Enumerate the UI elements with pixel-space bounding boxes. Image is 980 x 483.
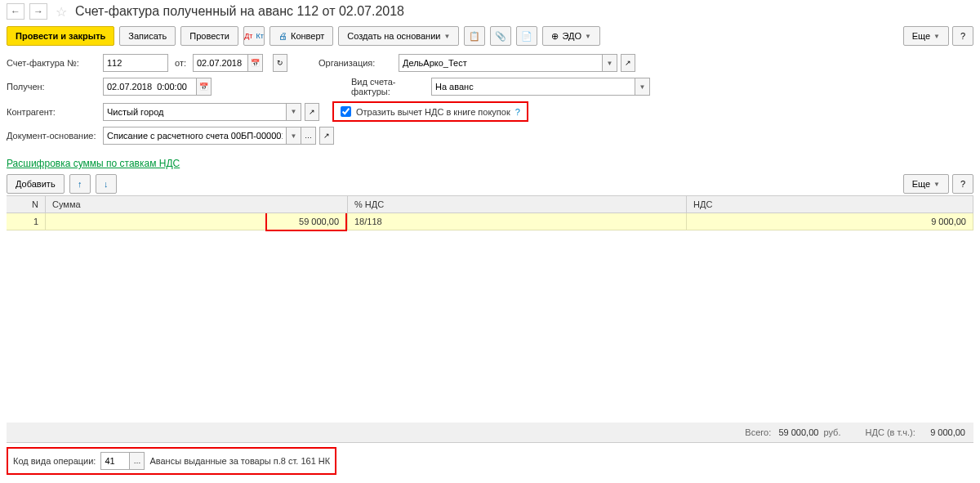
currency-label: руб. (824, 427, 841, 437)
received-calendar-button[interactable]: 📅 (197, 78, 212, 96)
convert-button[interactable]: 🖨Конверт (270, 26, 333, 46)
nav-back-button[interactable]: ← (7, 3, 24, 20)
type-input[interactable] (431, 78, 635, 96)
totals-bar: Всего: 59 000,00 руб. НДС (в т.ч.): 9 00… (7, 423, 973, 442)
doc-basis-label: Документ-основание: (7, 131, 96, 141)
org-open-button[interactable]: ↗ (621, 54, 635, 72)
nds-grid: N Сумма % НДС НДС 1 59 000,00 18/118 9 0… (7, 195, 973, 443)
op-code-text: Авансы выданные за товары п.8 ст. 161 НК (149, 456, 330, 466)
print-icon: 🖨 (278, 31, 287, 41)
calendar-icon-button[interactable]: 📅 (248, 54, 263, 72)
add-row-button[interactable]: Добавить (7, 174, 65, 194)
op-code-label: Код вида операции: (13, 456, 96, 466)
from-label: от: (175, 58, 186, 68)
doc-basis-dropdown-button[interactable]: ▼ (287, 127, 301, 145)
total-value: 59 000,00 (778, 427, 818, 437)
counterparty-dropdown-button[interactable]: ▼ (287, 103, 301, 121)
received-label: Получен: (7, 82, 96, 92)
cell-nds: 9 000,00 (687, 213, 973, 230)
cell-n: 1 (7, 213, 46, 230)
sum-highlight: 59 000,00 (265, 213, 347, 231)
counterparty-input[interactable] (103, 103, 287, 121)
number-input[interactable] (103, 54, 168, 72)
help-button[interactable]: ? (952, 26, 973, 46)
help-icon[interactable]: ? (515, 107, 520, 117)
create-based-button[interactable]: Создать на основании▼ (338, 26, 459, 46)
reflect-nds-checkbox-wrap: Отразить вычет НДС в книге покупок ? (332, 101, 528, 122)
register-icon-button[interactable]: 📋 (464, 26, 485, 46)
counterparty-open-button[interactable]: ↗ (305, 103, 319, 121)
attach-icon-button[interactable]: 📎 (490, 26, 511, 46)
post-button[interactable]: Провести (180, 26, 238, 46)
col-header-sum[interactable]: Сумма (46, 196, 348, 212)
table-row[interactable]: 1 59 000,00 18/118 9 000,00 (7, 213, 973, 230)
table-more-button[interactable]: Еще▼ (903, 174, 949, 194)
post-and-close-button[interactable]: Провести и закрыть (7, 26, 114, 46)
favorite-star-icon[interactable]: ☆ (56, 4, 67, 20)
type-label: Вид счета-фактуры: (351, 77, 425, 96)
globe-icon: ⊕ (551, 31, 559, 42)
edo-button[interactable]: ⊕ЭДО▼ (542, 26, 599, 46)
section-title: Расшифровка суммы по ставкам НДС (0, 154, 980, 172)
org-dropdown-button[interactable]: ▼ (603, 54, 617, 72)
col-header-nds[interactable]: НДС (687, 196, 973, 212)
number-label: Счет-фактура №: (7, 58, 96, 68)
page-title: Счет-фактура полученный на аванс 112 от … (75, 4, 404, 19)
type-dropdown-button[interactable]: ▼ (635, 78, 650, 96)
received-input[interactable] (103, 78, 197, 96)
op-code-input[interactable] (100, 452, 130, 470)
org-input[interactable] (399, 54, 603, 72)
save-button[interactable]: Записать (119, 26, 176, 46)
nds-total-label: НДС (в т.ч.): (865, 427, 915, 437)
op-code-select-button[interactable]: … (130, 452, 145, 470)
dt-kt-icon-button[interactable]: ДтКт (243, 26, 265, 46)
org-label: Организация: (318, 58, 392, 68)
more-button[interactable]: Еще▼ (903, 26, 949, 46)
reflect-nds-checkbox[interactable] (341, 106, 351, 117)
table-help-button[interactable]: ? (952, 174, 973, 194)
reflect-nds-label: Отразить вычет НДС в книге покупок (356, 107, 510, 117)
cell-pct: 18/118 (348, 213, 687, 230)
col-header-pct[interactable]: % НДС (348, 196, 687, 212)
cell-sum: 59 000,00 (46, 213, 348, 230)
list-icon-button[interactable]: 📄 (516, 26, 537, 46)
move-down-button[interactable]: ↓ (96, 174, 117, 194)
col-header-n[interactable]: N (7, 196, 46, 212)
nav-forward-button[interactable]: → (29, 3, 47, 20)
date-input[interactable] (193, 54, 248, 72)
doc-basis-open-button[interactable]: ↗ (319, 127, 334, 145)
footer-op-code: Код вида операции: … Авансы выданные за … (7, 447, 336, 475)
nds-total-value: 9 000,00 (930, 427, 965, 437)
doc-basis-select-button[interactable]: … (301, 127, 316, 145)
refresh-icon-button[interactable]: ↻ (273, 54, 287, 72)
doc-basis-input[interactable] (103, 127, 287, 145)
counterparty-label: Контрагент: (7, 107, 96, 117)
move-up-button[interactable]: ↑ (69, 174, 91, 194)
total-label: Всего: (745, 427, 771, 437)
